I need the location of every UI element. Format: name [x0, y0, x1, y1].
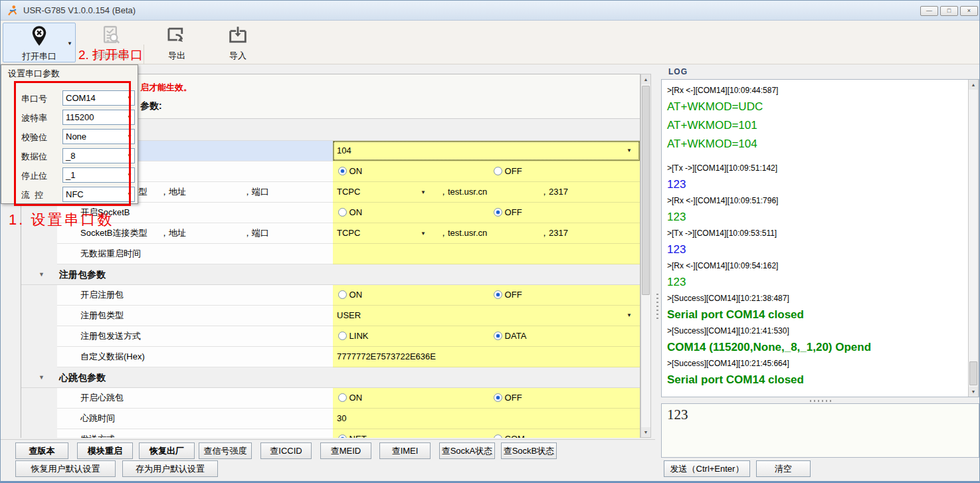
open-serial-dropdown-arrow[interactable]: ▼ [67, 41, 72, 47]
combo-arrow-icon[interactable]: ▼ [127, 149, 132, 163]
maximize-button[interactable]: □ [940, 6, 958, 16]
clear-button[interactable]: 清空 [756, 460, 811, 477]
log-scrollbar[interactable]: ▲ ▼ [968, 80, 979, 397]
settings-row: 开启心跳包 ON OFF [21, 388, 640, 409]
serial-field-combobox[interactable]: _8▼ [62, 148, 135, 163]
restart-notice-text: 启才能生效。 [140, 82, 192, 94]
radio-icon[interactable] [338, 290, 347, 299]
text-value[interactable]: 7777772E7573722E636E [337, 347, 436, 367]
value-dropdown[interactable]: 104▼ [333, 141, 640, 161]
address-value[interactable]: ，test.usr.cn [439, 223, 487, 243]
serial-field-combobox[interactable]: None▼ [62, 129, 135, 144]
radio-option[interactable]: DATA [494, 326, 526, 346]
radio-icon[interactable] [494, 208, 502, 217]
send-button[interactable]: 发送（Ctrl+Enter） [664, 460, 750, 477]
command-button[interactable]: 查MEID [320, 442, 371, 459]
row-label: 发送方式 [80, 429, 115, 438]
radio-label: OFF [502, 207, 522, 217]
radio-option[interactable]: OFF [494, 161, 522, 181]
radio-icon[interactable] [494, 167, 502, 175]
row-label-port: ，端口 [243, 223, 269, 243]
radio-icon[interactable] [494, 435, 502, 438]
radio-icon[interactable] [494, 332, 502, 340]
radio-option[interactable]: COM [494, 429, 525, 438]
log-scrollbar-thumb[interactable] [969, 361, 977, 385]
radio-icon[interactable] [338, 332, 347, 340]
radio-icon[interactable] [338, 167, 347, 175]
collapse-triangle-icon[interactable]: ▼ [39, 367, 45, 387]
serial-params-title: 设置串口参数 [8, 68, 60, 80]
log-scroll-up-icon[interactable]: ▲ [969, 80, 978, 90]
combo-arrow-icon[interactable]: ▼ [127, 130, 132, 144]
radio-label: LINK [347, 331, 369, 341]
settings-scrollbar-thumb[interactable] [642, 86, 650, 295]
log-line: >[Rx <-][COM14][10:09:54:162] [667, 259, 959, 273]
command-button[interactable]: 查SockA状态 [439, 442, 495, 459]
radio-option[interactable]: LINK [338, 326, 369, 346]
command-button[interactable]: 查SockB状态 [501, 442, 557, 459]
command-button[interactable]: 恢复出厂 [139, 442, 195, 459]
params-subtitle: 参数: [140, 100, 162, 112]
radio-icon[interactable] [494, 393, 502, 402]
radio-option[interactable]: OFF [494, 388, 522, 408]
radio-option[interactable]: NET [338, 429, 367, 438]
command-button[interactable]: 查ICCID [260, 442, 312, 459]
row-label: 自定义数据(Hex) [80, 347, 145, 367]
radio-icon[interactable] [494, 290, 502, 299]
log-output[interactable]: >[Rx <-][COM14][10:09:44:587]AT+WKMOD=UD… [661, 79, 979, 397]
protocol-dropdown[interactable]: TCPC▼ [337, 226, 430, 241]
command-button[interactable]: 模块重启 [77, 442, 133, 459]
vertical-splitter[interactable] [655, 64, 660, 439]
log-horizontal-splitter[interactable] [661, 398, 979, 403]
scroll-down-icon[interactable]: ▼ [641, 427, 650, 437]
import-button[interactable]: 导入 [213, 23, 262, 62]
command-button[interactable]: 存为用户默认设置 [122, 460, 218, 477]
command-button[interactable]: 查IMEI [379, 442, 431, 459]
combo-arrow-icon[interactable]: ▼ [127, 168, 132, 183]
command-button[interactable]: 恢复用户默认设置 [15, 460, 116, 477]
radio-icon[interactable] [338, 208, 347, 217]
radio-icon[interactable] [338, 393, 347, 402]
serial-field-combobox[interactable]: 115200▼ [62, 110, 135, 125]
serial-field-combobox[interactable]: _1▼ [62, 167, 135, 183]
port-value[interactable]: ，2317 [540, 223, 568, 243]
dropdown-arrow-icon[interactable]: ▼ [421, 226, 426, 241]
port-value[interactable]: ，2317 [540, 182, 568, 202]
minimize-button[interactable]: — [920, 6, 938, 16]
combo-arrow-icon[interactable]: ▼ [127, 110, 132, 125]
open-serial-label: 打开串口 [3, 50, 75, 62]
command-button[interactable]: 查信号强度 [199, 442, 252, 459]
open-serial-button[interactable]: 打开串口 ▼ [3, 23, 76, 62]
radio-option[interactable]: ON [338, 388, 362, 408]
close-button[interactable]: × [960, 6, 978, 16]
address-value[interactable]: ，test.usr.cn [439, 182, 487, 202]
row-label-cell: 开启心跳包 [57, 388, 333, 409]
send-input[interactable] [661, 403, 979, 458]
radio-option[interactable]: ON [338, 285, 362, 305]
radio-label: OFF [502, 166, 522, 176]
doc-search-icon [80, 24, 142, 49]
settings-scrollbar[interactable]: ▲ ▼ [640, 74, 651, 438]
combo-arrow-icon[interactable]: ▼ [127, 91, 132, 106]
radio-option[interactable]: ON [338, 203, 362, 223]
serial-field-combobox[interactable]: COM14▼ [62, 90, 135, 106]
radio-option[interactable]: OFF [494, 203, 522, 223]
section-header[interactable]: ▼注册包参数 [21, 264, 640, 285]
dropdown-arrow-icon[interactable]: ▼ [627, 141, 632, 161]
radio-icon[interactable] [338, 435, 347, 438]
log-scroll-down-icon[interactable]: ▼ [969, 387, 978, 397]
scroll-up-icon[interactable]: ▲ [641, 74, 650, 84]
collapse-triangle-icon[interactable]: ▼ [39, 264, 45, 284]
export-button[interactable]: 导出 [152, 23, 201, 62]
dropdown-arrow-icon[interactable]: ▼ [627, 306, 632, 326]
text-value[interactable]: 30 [337, 409, 346, 429]
dropdown-arrow-icon[interactable]: ▼ [421, 185, 426, 200]
serial-field-combobox[interactable]: NFC▼ [62, 187, 135, 202]
protocol-dropdown[interactable]: TCPC▼ [337, 185, 430, 200]
command-button[interactable]: 查版本 [15, 442, 68, 459]
section-header[interactable]: ▼心跳包参数 [21, 367, 640, 388]
radio-option[interactable]: OFF [494, 285, 522, 305]
value-dropdown[interactable]: USER▼ [333, 306, 640, 326]
combo-arrow-icon[interactable]: ▼ [127, 187, 132, 202]
radio-option[interactable]: ON [338, 161, 362, 181]
